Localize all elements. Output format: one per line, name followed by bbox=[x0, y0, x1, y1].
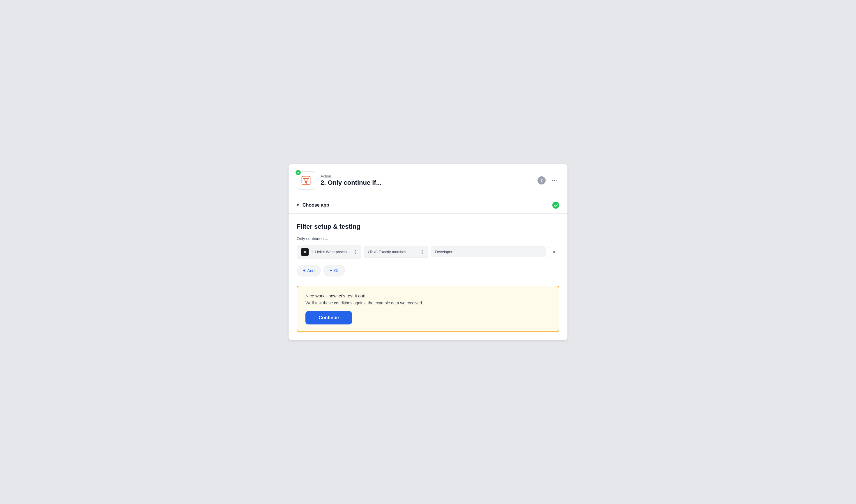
value-input[interactable]: Developer bbox=[431, 247, 546, 257]
field-selector[interactable]: Tf 1. Hello! What positio... ▲ ▼ bbox=[297, 245, 361, 259]
check-badge bbox=[295, 169, 301, 176]
value-text: Developer bbox=[435, 250, 452, 254]
svg-rect-0 bbox=[302, 176, 310, 184]
notification-title: Nice work - now let's test it out! bbox=[305, 293, 551, 298]
operator-text: (Text) Exactly matches bbox=[368, 250, 417, 254]
choose-app-check bbox=[552, 202, 559, 209]
operator-stepper[interactable]: ▲ ▼ bbox=[421, 249, 424, 255]
header-text: Action 2. Only continue if... bbox=[320, 174, 538, 186]
action-title: 2. Only continue if... bbox=[320, 179, 538, 186]
chevron-down-button[interactable]: ▾ bbox=[297, 202, 299, 208]
stepper-up-icon: ▲ bbox=[354, 249, 357, 252]
chevron-down-icon: ▾ bbox=[297, 202, 299, 208]
plus-icon-and: + bbox=[303, 268, 305, 273]
action-label: Action bbox=[320, 174, 538, 178]
or-button[interactable]: + Or bbox=[324, 265, 345, 276]
plus-icon-or: + bbox=[330, 268, 332, 273]
main-card: Action 2. Only continue if... ? ··· ▾ Ch… bbox=[288, 164, 568, 340]
field-stepper[interactable]: ▲ ▼ bbox=[354, 249, 357, 255]
or-label: Or bbox=[334, 268, 339, 273]
continue-button[interactable]: Continue bbox=[305, 311, 352, 324]
main-content: Filter setup & testing Only continue if.… bbox=[289, 214, 567, 340]
choose-app-section: ▾ Choose app bbox=[289, 197, 567, 214]
operator-stepper-down-icon: ▼ bbox=[421, 252, 424, 255]
section-title: Filter setup & testing bbox=[297, 223, 559, 231]
and-button[interactable]: + And bbox=[297, 265, 320, 276]
filter-funnel-icon bbox=[301, 175, 311, 186]
filter-row: Tf 1. Hello! What positio... ▲ ▼ (Text) … bbox=[297, 245, 559, 259]
help-button[interactable]: ? bbox=[538, 176, 546, 184]
only-continue-label: Only continue if... bbox=[297, 236, 559, 241]
close-icon: × bbox=[553, 249, 555, 255]
notification-box: Nice work - now let's test it out! We'll… bbox=[297, 286, 559, 332]
header: Action 2. Only continue if... ? ··· bbox=[289, 164, 567, 197]
operator-stepper-up-icon: ▲ bbox=[421, 249, 424, 252]
typeform-icon: Tf bbox=[301, 248, 309, 256]
more-options-button[interactable]: ··· bbox=[550, 177, 559, 184]
notification-subtitle: We'll test these conditions against the … bbox=[305, 301, 551, 305]
field-text: 1. Hello! What positio... bbox=[311, 250, 350, 254]
choose-app-label: Choose app bbox=[302, 202, 552, 208]
operator-selector[interactable]: (Text) Exactly matches ▲ ▼ bbox=[364, 246, 428, 258]
and-label: And bbox=[307, 268, 314, 273]
condition-buttons: + And + Or bbox=[297, 265, 559, 276]
remove-condition-button[interactable]: × bbox=[549, 247, 559, 257]
stepper-down-icon: ▼ bbox=[354, 252, 357, 255]
header-actions: ? ··· bbox=[538, 176, 559, 184]
action-icon-wrap bbox=[297, 171, 315, 190]
